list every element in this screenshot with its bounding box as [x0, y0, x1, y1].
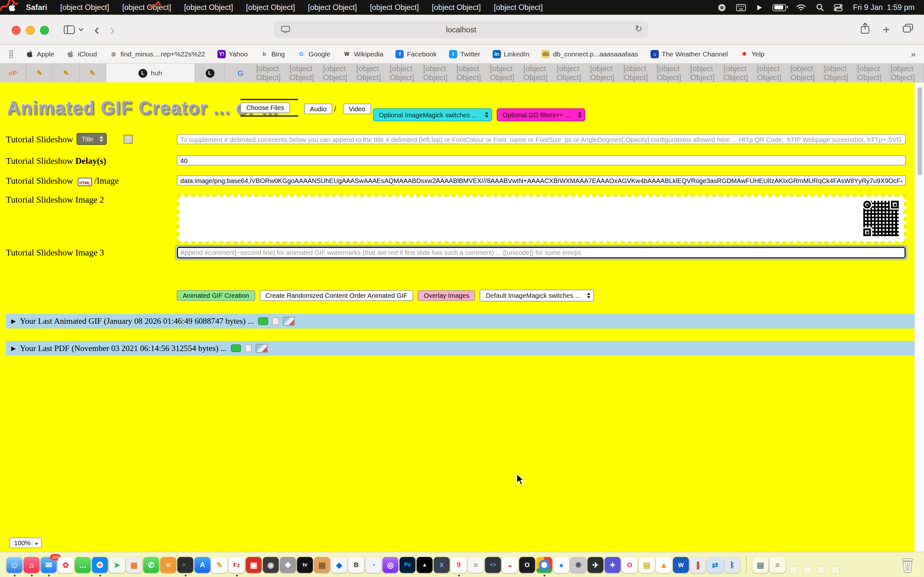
- browser-tab[interactable]: ✎: [53, 63, 79, 82]
- fullscreen-window-button[interactable]: [40, 26, 49, 35]
- dock-icon[interactable]: O: [622, 557, 638, 573]
- dock-icon[interactable]: O: [519, 557, 535, 573]
- gd-filters-select[interactable]: Optional GD filters++ ...: [497, 108, 585, 121]
- status-menu-icon[interactable]: [718, 3, 726, 11]
- overlay-images-button[interactable]: Overlay Images: [418, 290, 475, 301]
- menu-item[interactable]: [object Object]: [302, 3, 363, 12]
- favorite-item[interactable]: db db_connect.p...aaasaaafaas: [542, 50, 638, 58]
- dock-icon[interactable]: ◆: [331, 557, 347, 573]
- dock-stack-icon[interactable]: ▤: [753, 557, 769, 573]
- favorite-item[interactable]: in LinkedIn: [493, 50, 529, 58]
- browser-tab[interactable]: ✎: [27, 63, 53, 82]
- dock-icon[interactable]: ✿: [58, 557, 74, 573]
- dock-stack-icon[interactable]: ≡: [770, 557, 786, 573]
- dock-icon[interactable]: tv: [297, 557, 313, 573]
- collapsible-result-bar[interactable]: ▶ Your Last PDF (November 03 2021 06:14:…: [6, 341, 914, 356]
- dock-icon[interactable]: <>: [485, 557, 501, 573]
- share-button[interactable]: [861, 23, 870, 37]
- video-button[interactable]: Video: [343, 103, 371, 114]
- randomized-gif-button[interactable]: Create Randomized Content Order Animated…: [260, 290, 413, 301]
- browser-tab[interactable]: [object Object]: [724, 63, 757, 82]
- browser-tab[interactable]: [object Object]: [790, 63, 824, 82]
- dock-icon[interactable]: ✎: [212, 557, 228, 573]
- browser-tab[interactable]: [object Object]: [590, 63, 624, 82]
- dock-icon[interactable]: ◔: [365, 557, 381, 573]
- minimized-window[interactable]: [789, 566, 797, 574]
- apple-menu-icon[interactable]: [8, 3, 16, 12]
- browser-tab[interactable]: [object Object]: [624, 63, 657, 82]
- favorite-item[interactable]: Y! Yahoo: [218, 50, 248, 58]
- close-window-button[interactable]: [12, 26, 21, 35]
- reload-button[interactable]: ↻: [635, 23, 642, 34]
- dock-icon[interactable]: ▲: [656, 557, 672, 573]
- browser-tab[interactable]: [object Object]: [757, 63, 790, 82]
- dock-icon[interactable]: Ps: [399, 557, 415, 573]
- browser-tab[interactable]: [object Object]: [891, 63, 924, 82]
- dock-icon[interactable]: ▲: [417, 557, 433, 573]
- favorite-item[interactable]: ◍ find_minus....rep+%22s%22: [110, 50, 205, 58]
- dock-icon[interactable]: ●: [553, 557, 569, 573]
- favorite-item[interactable]: ☼ The Weather Channel: [650, 50, 728, 58]
- browser-tab[interactable]: [object Object]: [523, 63, 557, 82]
- dock-icon[interactable]: ▦: [126, 557, 142, 573]
- title-config-input[interactable]: [177, 134, 906, 144]
- page-scrollbar-track[interactable]: [915, 82, 924, 552]
- dock-icon[interactable]: A: [194, 557, 210, 573]
- browser-tab[interactable]: [object Object]: [390, 63, 423, 82]
- menu-bar-clock[interactable]: Fri 9 Jan 1:59 pm: [853, 3, 915, 12]
- dock-icon[interactable]: ➤: [109, 557, 125, 573]
- spotlight-icon[interactable]: [817, 3, 824, 11]
- browser-tab[interactable]: [object Object]: [690, 63, 724, 82]
- imagemagick-switches-select[interactable]: Optional ImageMagick switches ...: [373, 108, 492, 121]
- dock-icon[interactable]: ◉: [263, 557, 279, 573]
- dock-icon[interactable]: ✦: [604, 557, 620, 573]
- address-bar[interactable]: localhost ↻: [274, 21, 648, 38]
- browser-tab[interactable]: ✎: [79, 63, 106, 82]
- dock-icon[interactable]: ☺: [6, 557, 23, 573]
- forward-button[interactable]: ›: [110, 22, 115, 37]
- dock-icon[interactable]: Fz: [229, 557, 245, 573]
- page-scrollbar-thumb[interactable]: [918, 87, 922, 176]
- favorite-item[interactable]: W Wikipedia: [342, 50, 383, 58]
- browser-tab[interactable]: [object Object]: [357, 63, 390, 82]
- dock-icon[interactable]: ▤: [314, 557, 330, 573]
- dock-icon[interactable]: B: [349, 557, 365, 573]
- menu-item[interactable]: [object Object]: [53, 3, 115, 12]
- dock-icon[interactable]: ❖: [280, 557, 296, 573]
- browser-tab[interactable]: [object Object]: [490, 63, 523, 82]
- dock-icon[interactable]: ∥: [690, 557, 706, 573]
- minimized-window[interactable]: [803, 566, 811, 574]
- choose-files-button[interactable]: Choose Files: [240, 103, 290, 113]
- browser-tab[interactable]: [object Object]: [824, 63, 857, 82]
- menu-item[interactable]: [object Object]: [240, 3, 302, 12]
- active-tab[interactable]: L huh: [106, 63, 195, 82]
- browser-tab[interactable]: G: [225, 63, 256, 82]
- browser-tab[interactable]: [object Object]: [290, 63, 323, 82]
- animated-gif-creation-button[interactable]: Animated GIF Creation: [177, 290, 255, 301]
- dock-icon[interactable]: ᛒ: [724, 557, 740, 573]
- menu-item[interactable]: [object Object]: [425, 3, 487, 12]
- dock-icon[interactable]: ✉ 294: [41, 557, 57, 573]
- dock-icon[interactable]: ▤: [639, 557, 655, 573]
- dock-icon[interactable]: ✦: [92, 557, 108, 573]
- minimized-window[interactable]: [832, 566, 840, 574]
- dock-icon[interactable]: [536, 557, 552, 573]
- minimize-window-button[interactable]: [26, 26, 35, 35]
- control-center-icon[interactable]: [834, 4, 843, 11]
- title-select[interactable]: Title: [77, 133, 107, 145]
- favorite-item[interactable]: Apple: [26, 50, 54, 58]
- favorite-item[interactable]: iCloud: [66, 50, 97, 58]
- menu-item[interactable]: [object Object]: [115, 3, 178, 12]
- favorites-overflow-chevron[interactable]: »: [911, 49, 916, 59]
- dock-icon[interactable]: ⇄: [707, 557, 723, 573]
- menu-item[interactable]: [object Object]: [363, 3, 425, 12]
- favorite-item[interactable]: ✱ Yelp: [740, 50, 764, 58]
- browser-tab[interactable]: [object Object]: [657, 63, 690, 82]
- favorite-item[interactable]: f Facebook: [396, 50, 437, 58]
- collapsible-result-bar[interactable]: ▶ Your Last Animated GIF (January 08 202…: [6, 314, 914, 329]
- default-switches-select[interactable]: Default ImageMagick switches ...: [480, 290, 594, 301]
- sidebar-toggle-button[interactable]: [63, 25, 83, 34]
- dock-icon[interactable]: ◎: [383, 557, 399, 573]
- dock-icon[interactable]: W: [673, 557, 689, 573]
- browser-tab[interactable]: [object Object]: [423, 63, 457, 82]
